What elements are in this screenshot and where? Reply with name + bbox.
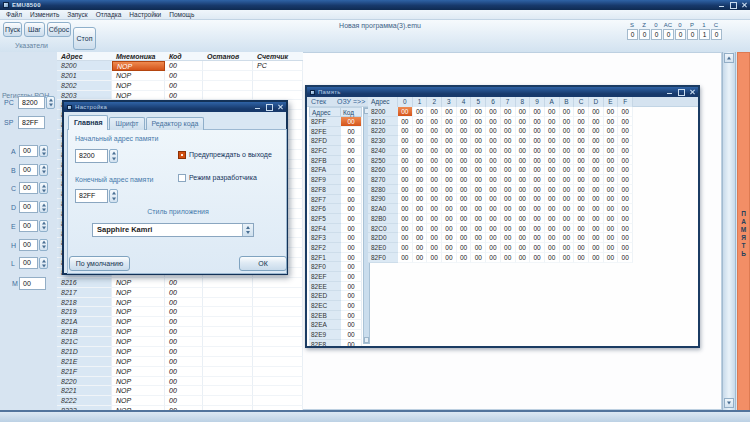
memory-dock-tab[interactable]: ПАМЯТЬ xyxy=(737,52,750,411)
memory-grid-value-cell[interactable]: 00 xyxy=(471,156,486,166)
stack-value-cell[interactable]: 00 xyxy=(341,156,362,166)
memory-grid-value-cell[interactable]: 00 xyxy=(530,126,545,136)
memory-grid-value-cell[interactable]: 00 xyxy=(516,117,531,127)
step-button[interactable]: Шаг xyxy=(24,22,45,37)
menu-item[interactable]: Помощь xyxy=(165,10,198,19)
stack-row[interactable]: 82E900 xyxy=(309,330,362,340)
memory-grid-value-cell[interactable]: 00 xyxy=(574,214,589,224)
spinner-down-icon[interactable] xyxy=(40,207,47,212)
memory-grid-value-cell[interactable]: 00 xyxy=(442,233,457,243)
memory-grid-value-cell[interactable]: 00 xyxy=(427,156,442,166)
memory-grid-value-cell[interactable]: 00 xyxy=(486,165,501,175)
memory-grid-value-cell[interactable]: 00 xyxy=(560,136,575,146)
memory-grid-value-cell[interactable]: 00 xyxy=(457,204,472,214)
memory-grid-value-cell[interactable]: 00 xyxy=(574,204,589,214)
stack-value-cell[interactable]: 00 xyxy=(341,320,362,330)
memory-grid-value-cell[interactable]: 00 xyxy=(398,107,413,117)
memory-grid-value-cell[interactable]: 00 xyxy=(530,194,545,204)
memory-grid-value-cell[interactable]: 00 xyxy=(442,165,457,175)
memory-grid-row[interactable]: 827000000000000000000000000000000000 xyxy=(368,175,633,185)
memory-grid-value-cell[interactable]: 00 xyxy=(501,194,516,204)
disasm-row[interactable]: 8216NOP00 xyxy=(57,278,303,288)
memory-grid-value-cell[interactable]: 00 xyxy=(560,117,575,127)
memory-grid-value-cell[interactable]: 00 xyxy=(604,243,619,253)
flag-value-box[interactable]: 0 xyxy=(711,29,722,40)
default-button[interactable]: По умолчанию xyxy=(69,256,130,271)
memory-grid-value-cell[interactable]: 00 xyxy=(604,126,619,136)
memory-grid-value-cell[interactable]: 00 xyxy=(457,126,472,136)
stack-value-cell[interactable]: 00 xyxy=(341,311,362,321)
memory-grid-value-cell[interactable]: 00 xyxy=(486,185,501,195)
memory-grid-value-cell[interactable]: 00 xyxy=(530,224,545,234)
memory-grid-value-cell[interactable]: 00 xyxy=(457,194,472,204)
memory-grid-value-cell[interactable]: 00 xyxy=(427,136,442,146)
memory-grid-value-cell[interactable]: 00 xyxy=(398,224,413,234)
memory-grid-value-cell[interactable]: 00 xyxy=(471,107,486,117)
memory-grid-value-cell[interactable]: 00 xyxy=(442,185,457,195)
memory-grid-value-cell[interactable]: 00 xyxy=(486,156,501,166)
memory-grid-value-cell[interactable]: 00 xyxy=(471,224,486,234)
memory-grid-value-cell[interactable]: 00 xyxy=(516,136,531,146)
memory-grid-value-cell[interactable]: 00 xyxy=(618,165,633,175)
memory-grid-value-cell[interactable]: 00 xyxy=(560,194,575,204)
memory-grid-value-cell[interactable]: 00 xyxy=(618,126,633,136)
stack-row[interactable]: 82EB00 xyxy=(309,311,362,321)
disasm-row[interactable]: 8220NOP00 xyxy=(57,377,303,387)
memory-grid-value-cell[interactable]: 00 xyxy=(560,175,575,185)
memory-grid-value-cell[interactable]: 00 xyxy=(501,185,516,195)
memory-grid-row[interactable]: 82B000000000000000000000000000000000 xyxy=(368,214,633,224)
memory-grid-value-cell[interactable]: 00 xyxy=(486,224,501,234)
memory-grid-value-cell[interactable]: 00 xyxy=(530,253,545,263)
maximize-icon[interactable] xyxy=(730,2,736,8)
scroll-down-icon[interactable] xyxy=(364,337,369,343)
memory-grid-value-cell[interactable]: 00 xyxy=(501,204,516,214)
memory-grid-value-cell[interactable]: 00 xyxy=(574,185,589,195)
stack-row[interactable]: 82ED00 xyxy=(309,291,362,301)
memory-grid-value-cell[interactable]: 00 xyxy=(574,175,589,185)
memory-grid-value-cell[interactable]: 00 xyxy=(471,194,486,204)
disasm-row[interactable]: 821ANOP00 xyxy=(57,317,303,327)
memory-grid-value-cell[interactable]: 00 xyxy=(618,136,633,146)
memory-grid-value-cell[interactable]: 00 xyxy=(604,253,619,263)
memory-grid-value-cell[interactable]: 00 xyxy=(427,253,442,263)
memory-grid-value-cell[interactable]: 00 xyxy=(545,204,560,214)
memory-grid-value-cell[interactable]: 00 xyxy=(530,117,545,127)
memory-grid-value-cell[interactable]: 00 xyxy=(486,126,501,136)
memory-grid-value-cell[interactable]: 00 xyxy=(574,126,589,136)
memory-grid-row[interactable]: 82E000000000000000000000000000000000 xyxy=(368,243,633,253)
memory-grid-value-cell[interactable]: 00 xyxy=(486,233,501,243)
stack-row[interactable]: 82FE00 xyxy=(309,127,362,137)
stack-row[interactable]: 82F400 xyxy=(309,224,362,234)
memory-grid-value-cell[interactable]: 00 xyxy=(501,126,516,136)
memory-grid-value-cell[interactable]: 00 xyxy=(545,175,560,185)
memory-grid-value-cell[interactable]: 00 xyxy=(545,107,560,117)
stack-value-cell[interactable]: 00 xyxy=(341,214,362,224)
memory-grid-value-cell[interactable]: 00 xyxy=(516,243,531,253)
dropdown-arrows-icon[interactable] xyxy=(242,224,253,236)
memory-grid-value-cell[interactable]: 00 xyxy=(545,117,560,127)
start-address-field[interactable]: 8200 xyxy=(75,149,108,163)
memory-grid-value-cell[interactable]: 00 xyxy=(574,253,589,263)
stack-row[interactable]: 82FA00 xyxy=(309,165,362,175)
memory-grid-value-cell[interactable]: 00 xyxy=(545,156,560,166)
memory-grid-value-cell[interactable]: 00 xyxy=(486,117,501,127)
app-style-dropdown[interactable]: Sapphire Kamri xyxy=(92,223,254,237)
memory-grid-value-cell[interactable]: 00 xyxy=(398,243,413,253)
pc-field[interactable]: 8200 xyxy=(18,96,45,109)
memory-grid-value-cell[interactable]: 00 xyxy=(604,194,619,204)
memory-grid-value-cell[interactable]: 00 xyxy=(486,214,501,224)
memory-grid-value-cell[interactable]: 00 xyxy=(560,146,575,156)
stack-row[interactable]: 82F200 xyxy=(309,243,362,253)
reg-b-field[interactable]: 00 xyxy=(19,164,38,176)
memory-grid-value-cell[interactable]: 00 xyxy=(442,224,457,234)
memory-grid-value-cell[interactable]: 00 xyxy=(471,126,486,136)
memory-grid-value-cell[interactable]: 00 xyxy=(530,243,545,253)
flag-value-box[interactable]: 0 xyxy=(627,29,638,40)
stack-value-cell[interactable]: 00 xyxy=(341,117,362,127)
disasm-row[interactable]: 8201NOP00 xyxy=(57,71,303,81)
spinner-down-icon[interactable] xyxy=(40,263,47,268)
flag-value-box[interactable]: 0 xyxy=(675,29,686,40)
memory-grid-row[interactable]: 825000000000000000000000000000000000 xyxy=(368,156,633,166)
reg-a-spinner[interactable] xyxy=(39,145,48,157)
memory-grid-value-cell[interactable]: 00 xyxy=(413,214,428,224)
